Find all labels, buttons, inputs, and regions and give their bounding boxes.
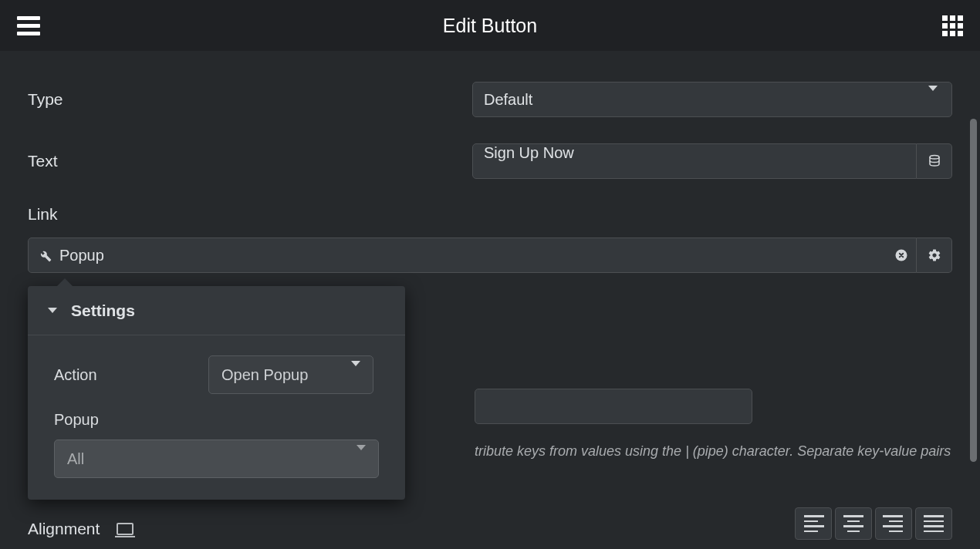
page-title: Edit Button — [443, 15, 537, 37]
text-input[interactable]: Sign Up Now — [472, 143, 917, 179]
type-select[interactable]: Default — [472, 82, 952, 117]
popup-select-value: All — [67, 450, 84, 468]
collapse-icon — [48, 308, 57, 313]
chevron-down-icon — [357, 450, 366, 468]
vertical-scrollbar[interactable] — [970, 119, 977, 462]
chevron-down-icon — [351, 366, 360, 384]
hidden-overflow-block: tribute keys from values using the | (pi… — [475, 389, 951, 462]
gear-icon — [928, 248, 941, 262]
link-label: Link — [28, 205, 952, 224]
field-row-text: Text Sign Up Now — [28, 143, 952, 179]
type-select-value: Default — [484, 91, 532, 109]
link-settings-popover: Settings Action Open Popup Popup All — [28, 286, 405, 500]
popover-row-action: Action Open Popup — [54, 355, 379, 394]
popup-select[interactable]: All — [54, 440, 379, 478]
link-field[interactable]: Popup — [28, 237, 917, 273]
header-bar: Edit Button — [0, 0, 980, 51]
align-justify-button[interactable] — [915, 507, 952, 540]
custom-attributes-input[interactable] — [475, 389, 752, 424]
field-row-alignment: Alignment — [28, 520, 133, 538]
body-area: Type Default Text Sign Up Now — [0, 51, 980, 549]
wrench-icon — [38, 248, 52, 262]
text-label: Text — [28, 152, 472, 170]
popover-row-popup: Popup All — [54, 411, 379, 478]
align-right-button[interactable] — [875, 507, 912, 540]
hint-text: tribute keys from values using the | (pi… — [475, 441, 951, 462]
popup-label: Popup — [54, 411, 379, 429]
align-left-button[interactable] — [795, 507, 832, 540]
popover-title: Settings — [71, 301, 135, 320]
align-center-button[interactable] — [835, 507, 872, 540]
alignment-options — [795, 507, 952, 540]
app-root: Edit Button Type Default Text Sign Up No… — [0, 0, 980, 549]
type-label: Type — [28, 90, 472, 109]
popover-body: Action Open Popup Popup All — [28, 335, 405, 500]
link-options-button[interactable] — [917, 237, 952, 273]
dynamic-tags-button[interactable] — [917, 143, 952, 179]
database-icon — [928, 154, 941, 168]
action-label: Action — [54, 366, 208, 384]
svg-point-0 — [930, 156, 939, 160]
clear-icon[interactable] — [894, 248, 908, 262]
action-select[interactable]: Open Popup — [208, 355, 373, 394]
alignment-label: Alignment — [28, 520, 100, 538]
action-select-value: Open Popup — [221, 366, 308, 384]
responsive-icon[interactable] — [117, 523, 133, 535]
link-field-row: Popup — [28, 237, 952, 273]
menu-icon[interactable] — [17, 16, 40, 35]
apps-grid-icon[interactable] — [942, 15, 963, 36]
link-field-value: Popup — [59, 247, 104, 264]
chevron-down-icon — [928, 91, 938, 109]
popover-header[interactable]: Settings — [28, 286, 405, 335]
field-row-type: Type Default — [28, 82, 952, 117]
text-input-value: Sign Up Now — [484, 144, 574, 161]
